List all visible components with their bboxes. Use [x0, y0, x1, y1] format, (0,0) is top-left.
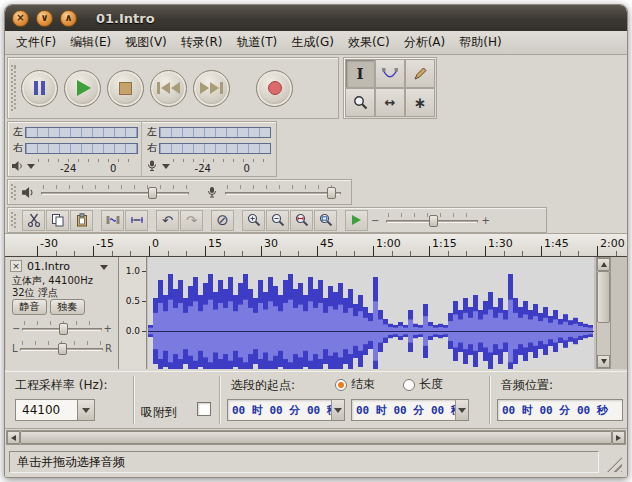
snap-to-checkbox[interactable] [197, 402, 211, 416]
fit-project-button[interactable] [314, 210, 337, 231]
timeline-ruler[interactable]: -30 -15 0 15 30 45 1:00 1:15 1:30 1:45 2… [5, 233, 627, 257]
playback-meter[interactable]: 左 右 -24 0 [8, 122, 141, 176]
menu-transcribe[interactable]: 转录(R) [174, 31, 230, 54]
scroll-up-icon[interactable] [597, 258, 610, 271]
solo-button[interactable]: 独奏 [50, 299, 85, 315]
menu-view[interactable]: 视图(V) [118, 31, 174, 54]
menu-help[interactable]: 帮助(H) [452, 31, 508, 54]
radio-dot[interactable] [403, 379, 415, 391]
cut-button[interactable] [22, 210, 45, 231]
multi-tool-button[interactable]: ∗ [405, 88, 435, 117]
playback-meter-bar-left[interactable] [25, 127, 138, 138]
paste-button[interactable] [70, 210, 93, 231]
audio-position-field[interactable]: 00 时 00 分 00 秒 [497, 399, 623, 421]
vertical-scrollbar[interactable] [596, 257, 611, 369]
length-radio[interactable]: 长度 [403, 376, 443, 393]
menu-generate[interactable]: 生成(G) [284, 31, 341, 54]
time-format-dropdown-icon[interactable] [455, 400, 468, 420]
playback-meter-bar-right[interactable] [25, 143, 138, 154]
recording-meter-menu-icon[interactable] [162, 164, 170, 169]
scroll-down-icon[interactable] [597, 355, 610, 368]
selection-tool-button[interactable]: I [345, 59, 375, 88]
waveform-canvas[interactable] [148, 257, 594, 369]
envelope-tool-button[interactable] [375, 59, 405, 88]
play-at-speed-icon [352, 215, 361, 225]
sample-rate-dropdown-icon[interactable] [77, 400, 94, 420]
timeshift-tool-button[interactable]: ↔ [375, 88, 405, 117]
sample-rate-combo[interactable]: 44100 [15, 399, 95, 421]
playback-speed-thumb[interactable] [429, 215, 438, 227]
recording-meter-bar-left[interactable] [159, 127, 271, 138]
gain-thumb[interactable] [59, 323, 68, 335]
input-volume-thumb[interactable] [327, 187, 336, 199]
zero-crossing-button[interactable]: ⊘ [211, 210, 234, 231]
gain-slider[interactable] [22, 321, 101, 335]
toolbar-grip[interactable] [11, 65, 16, 111]
trim-audio-button[interactable] [101, 210, 124, 231]
record-button[interactable] [256, 70, 293, 107]
silence-icon [130, 213, 144, 227]
vertical-ruler[interactable]: 1.0 0.5 0.0 [119, 257, 147, 369]
track-close-button[interactable]: × [10, 260, 22, 272]
selection-end-field[interactable]: 00 时 00 分 00 秒 [351, 399, 469, 421]
draw-tool-button[interactable] [405, 59, 435, 88]
fit-selection-button[interactable] [290, 210, 313, 231]
selection-start-field[interactable]: 00 时 00 分 00 秒 [227, 399, 345, 421]
selection-start-value[interactable]: 00 时 00 分 00 秒 [228, 403, 331, 418]
selection-end-value[interactable]: 00 时 00 分 00 秒 [352, 403, 455, 418]
scroll-right-icon[interactable] [612, 431, 625, 444]
end-radio[interactable]: 结束 [335, 376, 375, 393]
playback-meter-menu-icon[interactable] [27, 164, 35, 169]
stop-button[interactable] [107, 70, 144, 107]
edit-toolbar: ↶ ↷ ⊘ − + [7, 207, 547, 233]
gain-min-label: − [12, 323, 20, 334]
end-radio-label: 结束 [351, 376, 375, 393]
resize-grip[interactable] [607, 457, 622, 472]
fast-forward-button[interactable] [193, 70, 230, 107]
pan-slider[interactable] [20, 341, 103, 355]
track-control-panel[interactable]: × 01.Intro 立体声, 44100Hz 32位 浮点 静音 独奏 − +… [6, 257, 119, 369]
maximize-window-icon[interactable]: ∧ [60, 10, 77, 27]
fast-forward-icon [200, 82, 223, 94]
pause-button[interactable] [21, 70, 58, 107]
menu-edit[interactable]: 编辑(E) [63, 31, 118, 54]
toolbar-grip[interactable] [11, 184, 16, 200]
rewind-button[interactable] [150, 70, 187, 107]
menu-tracks[interactable]: 轨道(T) [230, 31, 285, 54]
vertical-scroll-thumb[interactable] [597, 271, 610, 323]
mute-button[interactable]: 静音 [12, 299, 47, 315]
play-button[interactable] [64, 70, 101, 107]
copy-button[interactable] [46, 210, 69, 231]
menu-analyze[interactable]: 分析(A) [397, 31, 453, 54]
scroll-left-icon[interactable] [7, 431, 20, 444]
redo-button[interactable]: ↷ [180, 210, 203, 231]
zoom-tool-button[interactable] [345, 88, 375, 117]
track-name[interactable]: 01.Intro [27, 260, 70, 273]
zoom-in-button[interactable] [242, 210, 265, 231]
recording-meter-bar-right[interactable] [159, 143, 271, 154]
play-at-speed-button[interactable] [345, 210, 368, 231]
input-volume-slider[interactable] [225, 185, 341, 199]
time-format-dropdown-icon[interactable] [331, 400, 344, 420]
minimize-window-icon[interactable]: ∨ [36, 10, 53, 27]
recording-left-label: 左 [145, 125, 159, 139]
output-volume-thumb[interactable] [148, 187, 157, 199]
radio-dot[interactable] [335, 379, 347, 391]
recording-meter-scale: -24 0 [173, 156, 271, 176]
playback-speed-slider[interactable] [386, 213, 478, 227]
toolbar-grip[interactable] [11, 212, 16, 228]
horizontal-scroll-thumb[interactable] [20, 431, 612, 444]
menu-file[interactable]: 文件(F) [9, 31, 63, 54]
menu-effect[interactable]: 效果(C) [341, 31, 397, 54]
undo-button[interactable]: ↶ [156, 210, 179, 231]
copy-icon [51, 213, 65, 227]
silence-audio-button[interactable] [125, 210, 148, 231]
zoom-out-button[interactable] [266, 210, 289, 231]
recording-meter[interactable]: 左 右 -24 0 [141, 122, 274, 176]
close-window-icon[interactable]: × [12, 10, 29, 27]
titlebar[interactable]: × ∨ ∧ 01.Intro [5, 5, 627, 31]
horizontal-scrollbar[interactable] [6, 430, 626, 445]
output-volume-slider[interactable] [41, 185, 189, 199]
track-menu-icon[interactable] [100, 265, 108, 270]
pan-thumb[interactable] [58, 343, 67, 355]
